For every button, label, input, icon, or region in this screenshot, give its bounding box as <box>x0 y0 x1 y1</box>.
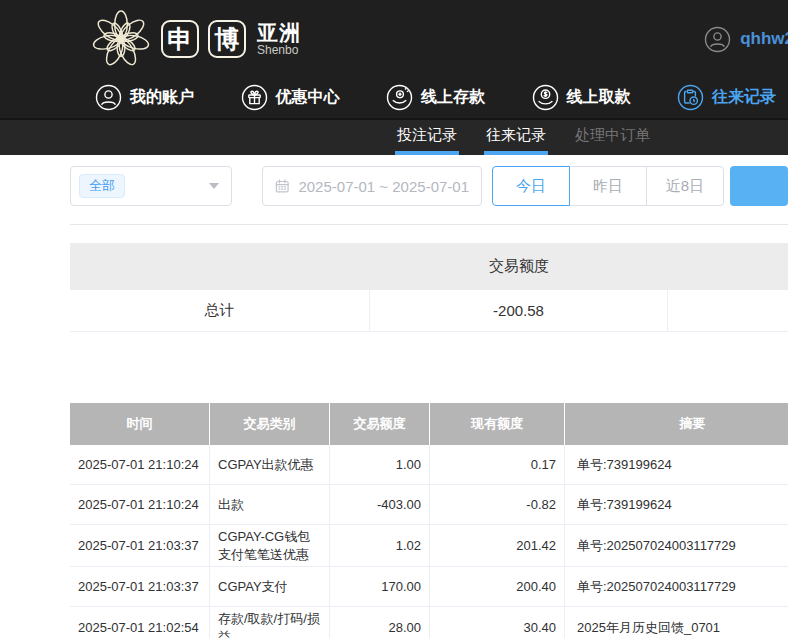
cell-amount: 1.02 <box>330 525 430 566</box>
cell-note: 单号:202507024003117729 <box>565 525 788 566</box>
nav-item-my-account[interactable]: 我的账户 <box>95 84 194 111</box>
deposit-icon <box>386 84 413 111</box>
cell-type: CGPAY支付 <box>210 567 330 606</box>
user-account[interactable]: qhhw2 <box>704 26 788 53</box>
nav-item-promotions[interactable]: 优惠中心 <box>241 84 340 111</box>
brand-char-1: 申 <box>168 23 193 56</box>
user-icon <box>95 84 122 111</box>
tab-transaction-records[interactable]: 往来记录 <box>484 120 548 155</box>
gift-icon <box>241 84 268 111</box>
tab-betting-records[interactable]: 投注记录 <box>395 120 459 155</box>
transactions-table: 时间 交易类别 交易额度 现有额度 摘要 2025-07-01 21:10:24… <box>70 403 788 638</box>
records-tabbar: 投注记录 往来记录 处理中订单 <box>0 118 788 155</box>
cell-type: CGPAY出款优惠 <box>210 445 330 484</box>
summary-total-value: -200.58 <box>370 290 668 331</box>
top-header: 申 博 亚洲 Shenbo qhhw2 <box>0 0 788 78</box>
brand-char-box-2: 博 <box>208 20 246 58</box>
cell-balance: 0.17 <box>430 445 565 484</box>
nav-label: 线上取款 <box>567 87 631 108</box>
avatar-icon <box>704 26 731 53</box>
cell-type: 出款 <box>210 485 330 524</box>
table-row: 2025-07-01 21:03:37 CGPAY-CG钱包支付笔笔送优惠 1.… <box>70 525 788 567</box>
cell-note: 单号:202507024003117729 <box>565 567 788 606</box>
cell-balance: 200.40 <box>430 567 565 606</box>
nav-item-withdraw[interactable]: 线上取款 <box>532 84 631 111</box>
cell-time: 2025-07-01 21:03:37 <box>70 567 210 606</box>
table-row: 2025-07-01 21:10:24 CGPAY出款优惠 1.00 0.17 … <box>70 445 788 485</box>
nav-label: 优惠中心 <box>276 87 340 108</box>
chevron-down-icon <box>209 183 219 189</box>
date-range-value: 2025-07-01 ~ 2025-07-01 <box>298 178 469 195</box>
calendar-icon <box>275 178 289 194</box>
cell-type: CGPAY-CG钱包支付笔笔送优惠 <box>210 525 330 566</box>
last-8-days-button[interactable]: 近8日 <box>646 166 724 206</box>
column-header-note: 摘要 <box>565 403 788 445</box>
cell-amount: 28.00 <box>330 607 430 638</box>
category-selected-chip: 全部 <box>79 174 125 198</box>
cell-balance: -0.82 <box>430 485 565 524</box>
table-row: 2025-07-01 21:02:54 存款/取款/打码/损益 28.00 30… <box>70 607 788 638</box>
search-button[interactable] <box>730 166 788 206</box>
content-area: 全部 2025-07-01 ~ 2025-07-01 今日 昨日 近8日 交易额… <box>0 155 788 638</box>
table-row: 2025-07-01 21:03:37 CGPAY支付 170.00 200.4… <box>70 567 788 607</box>
section-divider <box>70 224 788 225</box>
cell-amount: -403.00 <box>330 485 430 524</box>
column-header-amount: 交易额度 <box>330 403 430 445</box>
brand-english: Shenbo <box>257 44 301 57</box>
nav-label: 往来记录 <box>712 87 776 108</box>
cell-note: 单号:739199624 <box>565 485 788 524</box>
quick-range-group: 今日 昨日 近8日 <box>492 166 724 206</box>
column-header-balance: 现有额度 <box>430 403 565 445</box>
tab-processing-orders[interactable]: 处理中订单 <box>573 120 652 155</box>
nav-label: 线上存款 <box>421 87 485 108</box>
today-button[interactable]: 今日 <box>492 166 570 206</box>
summary-total-spacer <box>668 290 788 331</box>
column-header-type: 交易类别 <box>210 403 330 445</box>
username[interactable]: qhhw2 <box>740 29 788 49</box>
cell-amount: 170.00 <box>330 567 430 606</box>
cell-time: 2025-07-01 21:10:24 <box>70 445 210 484</box>
column-header-time: 时间 <box>70 403 210 445</box>
summary-table: 交易额度 总计 -200.58 <box>70 243 788 332</box>
cell-time: 2025-07-01 21:02:54 <box>70 607 210 638</box>
cell-balance: 30.40 <box>430 607 565 638</box>
filter-bar: 全部 2025-07-01 ~ 2025-07-01 今日 昨日 近8日 <box>70 166 788 206</box>
cell-balance: 201.42 <box>430 525 565 566</box>
cell-amount: 1.00 <box>330 445 430 484</box>
brand-region: 亚洲 <box>257 22 301 44</box>
summary-header-row: 交易额度 <box>70 243 788 290</box>
cell-time: 2025-07-01 21:10:24 <box>70 485 210 524</box>
summary-total-label: 总计 <box>70 290 370 331</box>
brand-logo: 申 博 亚洲 Shenbo <box>90 8 301 70</box>
nav-item-records[interactable]: 往来记录 <box>677 84 776 111</box>
tab-label: 处理中订单 <box>575 126 650 145</box>
records-icon <box>677 84 704 111</box>
brand-char-box-1: 申 <box>161 20 199 58</box>
cell-time: 2025-07-01 21:03:37 <box>70 525 210 566</box>
date-range-input[interactable]: 2025-07-01 ~ 2025-07-01 <box>262 166 482 206</box>
tab-label: 往来记录 <box>486 126 546 145</box>
yesterday-button[interactable]: 昨日 <box>569 166 647 206</box>
summary-header-amount: 交易额度 <box>370 257 668 276</box>
table-row: 2025-07-01 21:10:24 出款 -403.00 -0.82 单号:… <box>70 485 788 525</box>
main-nav: 我的账户 优惠中心 线上存款 线上取款 <box>0 78 788 118</box>
tab-label: 投注记录 <box>397 126 457 145</box>
category-select[interactable]: 全部 <box>70 166 232 206</box>
table-header-row: 时间 交易类别 交易额度 现有额度 摘要 <box>70 403 788 445</box>
nav-item-deposit[interactable]: 线上存款 <box>386 84 485 111</box>
cell-note: 2025年月历史回馈_0701 <box>565 607 788 638</box>
cell-note: 单号:739199624 <box>565 445 788 484</box>
nav-label: 我的账户 <box>130 87 194 108</box>
summary-total-row: 总计 -200.58 <box>70 290 788 332</box>
lotus-flower-icon <box>90 8 152 70</box>
cell-type: 存款/取款/打码/损益 <box>210 607 330 638</box>
withdraw-icon <box>532 84 559 111</box>
brand-char-2: 博 <box>215 23 240 56</box>
